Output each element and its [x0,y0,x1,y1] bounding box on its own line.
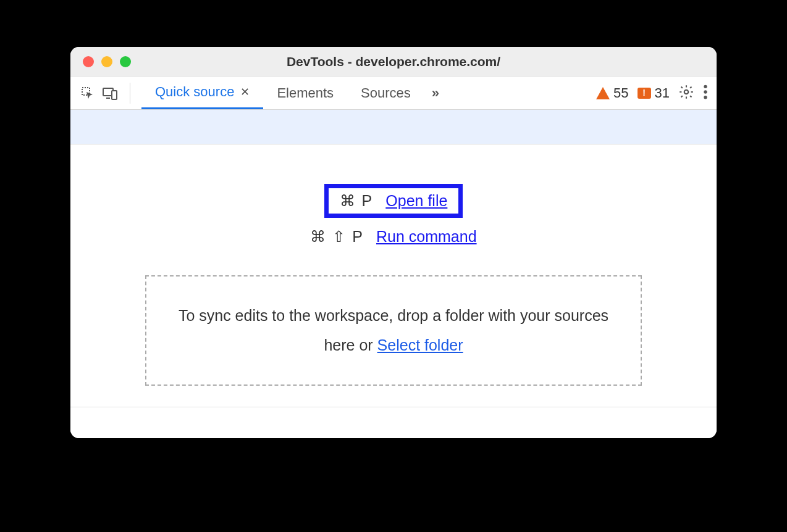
tab-quick-source[interactable]: Quick source ✕ [141,77,263,109]
run-command-kbd: ⌘ ⇧ P [310,228,364,246]
tabs-overflow-icon[interactable]: » [424,85,447,101]
warnings-badge[interactable]: 55 [596,85,628,101]
run-command-shortcut: ⌘ ⇧ P Run command [310,228,476,246]
open-file-kbd: ⌘ P [340,192,374,210]
content-area: ⌘ P Open file ⌘ ⇧ P Run command To sync … [70,144,717,407]
footer-space [70,407,717,438]
minimize-window-button[interactable] [101,56,112,67]
devtools-window: DevTools - developer.chrome.com/ Quick s… [70,47,717,438]
titlebar: DevTools - developer.chrome.com/ [70,47,717,77]
svg-point-4 [684,89,689,94]
toolbar: Quick source ✕ Elements Sources » 55 31 [70,77,717,110]
messages-count: 31 [655,85,670,101]
window-title: DevTools - developer.chrome.com/ [70,54,717,69]
tab-label: Sources [361,85,411,101]
close-tab-icon[interactable]: ✕ [240,85,250,99]
inspect-element-icon[interactable] [79,85,96,102]
svg-point-7 [704,95,707,98]
warnings-count: 55 [613,85,628,101]
maximize-window-button[interactable] [120,56,131,67]
settings-icon[interactable] [678,84,694,102]
svg-rect-3 [112,91,117,99]
close-window-button[interactable] [83,56,94,67]
subheader-bar [70,110,717,144]
tabs: Quick source ✕ Elements Sources » [141,77,447,109]
warning-icon [596,87,610,99]
svg-point-5 [704,85,707,88]
tab-label: Elements [277,85,334,101]
more-options-icon[interactable] [703,84,708,102]
message-icon [638,88,651,99]
right-tools: 55 31 [596,84,708,102]
run-command-link[interactable]: Run command [376,228,477,246]
select-folder-link[interactable]: Select folder [377,336,463,354]
workspace-dropzone[interactable]: To sync edits to the workspace, drop a f… [145,275,642,386]
messages-badge[interactable]: 31 [638,85,670,101]
tab-sources[interactable]: Sources [347,77,424,109]
device-toolbar-icon[interactable] [101,85,119,102]
svg-point-6 [704,90,707,93]
open-file-shortcut: ⌘ P Open file [324,184,463,218]
tab-elements[interactable]: Elements [263,77,347,109]
open-file-link[interactable]: Open file [385,192,447,210]
tab-label: Quick source [155,84,234,100]
traffic-lights [83,56,131,67]
shortcuts-list: ⌘ P Open file ⌘ ⇧ P Run command [310,184,476,246]
toolbar-divider [130,83,130,104]
